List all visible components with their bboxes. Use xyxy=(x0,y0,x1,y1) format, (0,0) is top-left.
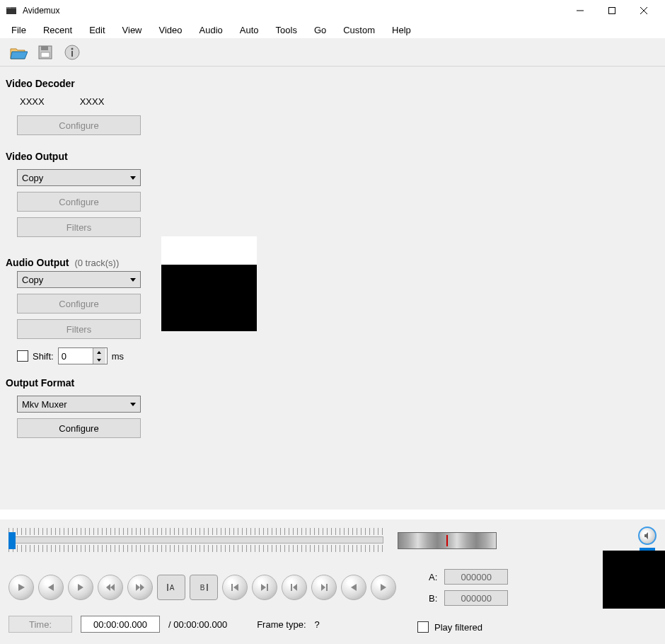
set-a-button[interactable]: A xyxy=(157,575,185,600)
preview-area xyxy=(161,236,257,444)
menu-edit[interactable]: Edit xyxy=(82,23,112,37)
audio-output-select[interactable]: Copy xyxy=(17,271,141,288)
timeline-thumb[interactable] xyxy=(8,532,16,549)
svg-text:B: B xyxy=(200,584,205,592)
b-label: B: xyxy=(429,593,437,604)
play-filtered-checkbox[interactable] xyxy=(417,621,429,633)
chevron-down-icon xyxy=(130,278,136,282)
goto-start-button[interactable] xyxy=(222,575,248,600)
title-bar: Avidemux xyxy=(0,0,665,21)
output-format-configure-button[interactable]: Configure xyxy=(17,418,141,438)
maximize-button[interactable] xyxy=(596,0,628,21)
speaker-icon xyxy=(643,531,652,540)
a-value: 000000 xyxy=(461,572,492,582)
app-icon xyxy=(6,5,17,16)
shift-spinner[interactable] xyxy=(58,347,108,364)
audio-output-filters-button[interactable]: Filters xyxy=(17,319,141,339)
chevron-down-icon xyxy=(130,403,136,406)
audio-output-configure-button[interactable]: Configure xyxy=(17,294,141,314)
forward-button[interactable] xyxy=(127,575,153,600)
menu-go[interactable]: Go xyxy=(307,23,333,37)
audio-output-title: Audio Output xyxy=(6,257,69,268)
info-icon xyxy=(64,44,81,61)
time-label: Time: xyxy=(8,616,72,633)
window-title: Avidemux xyxy=(23,6,564,16)
video-decoder-configure-button[interactable]: Configure xyxy=(17,115,141,135)
svg-text:A: A xyxy=(170,584,175,592)
menu-audio[interactable]: Audio xyxy=(192,23,230,37)
next-button[interactable] xyxy=(68,575,93,600)
a-label: A: xyxy=(429,572,437,582)
shift-input[interactable] xyxy=(59,351,93,362)
jog-wheel[interactable] xyxy=(398,532,497,549)
shift-label: Shift: xyxy=(33,351,54,362)
output-format-select[interactable]: Mkv Muxer xyxy=(17,396,141,413)
menu-tools[interactable]: Tools xyxy=(269,23,304,37)
svg-rect-14 xyxy=(167,584,168,591)
video-output-configure-button[interactable]: Configure xyxy=(17,192,141,212)
video-output-value: Copy xyxy=(22,173,43,183)
svg-rect-16 xyxy=(207,584,208,591)
open-button[interactable] xyxy=(7,41,30,64)
shift-unit: ms xyxy=(112,351,124,362)
shift-down-button[interactable] xyxy=(93,356,105,364)
minimize-button[interactable] xyxy=(564,0,596,21)
a-value-box: 000000 xyxy=(444,569,508,585)
audio-tracks-count: (0 track(s)) xyxy=(74,258,119,268)
time-current-input[interactable]: 00:00:00.000 xyxy=(81,616,160,633)
menu-bar: File Recent Edit View Video Audio Auto T… xyxy=(0,21,665,38)
time-total: / 00:00:00.000 xyxy=(168,619,227,630)
toolbar xyxy=(0,38,665,67)
svg-point-2 xyxy=(7,7,8,8)
play-filtered-label: Play filtered xyxy=(434,622,482,633)
timeline-track[interactable] xyxy=(8,536,383,544)
time-current: 00:00:00.000 xyxy=(93,619,147,630)
info-button[interactable] xyxy=(61,41,83,64)
output-format-title: Output Format xyxy=(6,377,154,389)
menu-help[interactable]: Help xyxy=(385,23,418,37)
frame-type-value: ? xyxy=(315,619,320,630)
secondary-preview xyxy=(603,551,665,609)
menu-view[interactable]: View xyxy=(115,23,149,37)
play-button[interactable] xyxy=(8,575,34,600)
decoder-val-2: XXXX xyxy=(80,96,105,107)
forward-60-button[interactable] xyxy=(371,575,396,600)
svg-point-3 xyxy=(9,7,10,8)
svg-point-12 xyxy=(71,47,74,50)
video-output-title: Video Output xyxy=(6,151,154,162)
b-value-box: 000000 xyxy=(444,590,508,606)
video-decoder-title: Video Decoder xyxy=(6,78,154,89)
video-output-select[interactable]: Copy xyxy=(17,169,141,186)
timeline[interactable] xyxy=(8,528,383,553)
next-keyframe-button[interactable] xyxy=(311,575,337,600)
svg-rect-21 xyxy=(326,584,328,591)
audio-output-value: Copy xyxy=(22,275,43,285)
folder-open-icon xyxy=(9,45,28,60)
set-b-button[interactable]: B xyxy=(190,575,218,600)
menu-custom[interactable]: Custom xyxy=(336,23,382,37)
goto-end-button[interactable] xyxy=(252,575,277,600)
svg-rect-5 xyxy=(608,8,615,14)
decoder-info-row: XXXX XXXX xyxy=(20,96,154,107)
menu-file[interactable]: File xyxy=(4,23,33,37)
menu-auto[interactable]: Auto xyxy=(233,23,266,37)
rewind-button[interactable] xyxy=(98,575,123,600)
close-button[interactable] xyxy=(628,0,659,21)
left-panel: Video Decoder XXXX XXXX Configure Video … xyxy=(6,74,154,444)
menu-video[interactable]: Video xyxy=(152,23,190,37)
save-button[interactable] xyxy=(34,41,57,64)
video-output-filters-button[interactable]: Filters xyxy=(17,217,141,237)
back-60-button[interactable] xyxy=(341,575,366,600)
svg-rect-13 xyxy=(71,51,73,57)
shift-up-button[interactable] xyxy=(93,348,105,356)
svg-rect-10 xyxy=(41,52,50,57)
volume-button[interactable] xyxy=(638,527,657,545)
prev-keyframe-button[interactable] xyxy=(282,575,307,600)
svg-rect-19 xyxy=(267,584,268,591)
prev-button[interactable] xyxy=(38,575,64,600)
menu-recent[interactable]: Recent xyxy=(36,23,79,37)
shift-checkbox[interactable] xyxy=(17,350,28,362)
b-value: 000000 xyxy=(461,593,492,604)
preview-top xyxy=(161,236,257,265)
svg-rect-20 xyxy=(291,584,292,591)
